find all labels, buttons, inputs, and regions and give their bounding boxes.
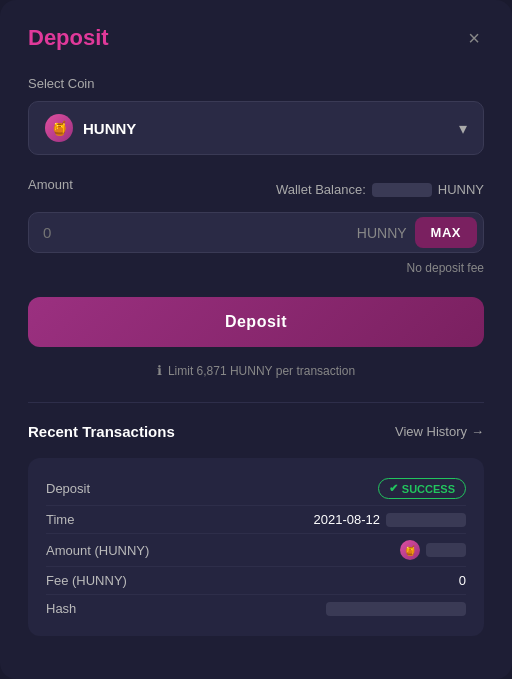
- amount-input[interactable]: [43, 224, 357, 241]
- select-coin-label: Select Coin: [28, 76, 484, 91]
- time-label: Time: [46, 512, 74, 527]
- tx-amount-row: Amount (HUNNY) 🍯: [46, 534, 466, 567]
- time-date: 2021-08-12: [314, 512, 381, 527]
- deposit-button[interactable]: Deposit: [28, 297, 484, 347]
- chevron-down-icon: ▾: [459, 119, 467, 138]
- coin-name: HUNNY: [83, 120, 136, 137]
- wallet-balance-label: Wallet Balance:: [276, 182, 366, 197]
- no-fee-text: No deposit fee: [28, 261, 484, 275]
- modal-title: Deposit: [28, 25, 109, 51]
- coin-section: Select Coin 🍯 HUNNY ▾: [28, 76, 484, 155]
- arrow-icon: →: [471, 424, 484, 439]
- tx-fee-row: Fee (HUNNY) 0: [46, 567, 466, 595]
- amount-hunny-label: Amount (HUNNY): [46, 543, 149, 558]
- deposit-modal: Deposit × Select Coin 🍯 HUNNY ▾ Amount W…: [0, 0, 512, 679]
- tx-type-row: Deposit ✔ SUCCESS: [46, 472, 466, 506]
- wallet-balance: Wallet Balance: HUNNY: [276, 182, 484, 197]
- amount-label: Amount: [28, 177, 73, 192]
- view-history-button[interactable]: View History →: [395, 424, 484, 439]
- hunny-icon-small: 🍯: [400, 540, 420, 560]
- balance-value-placeholder: [372, 183, 432, 197]
- recent-transactions-header: Recent Transactions View History →: [28, 423, 484, 440]
- amount-unit: HUNNY: [357, 225, 407, 241]
- fee-value: 0: [459, 573, 466, 588]
- amount-section: Amount Wallet Balance: HUNNY HUNNY MAX N…: [28, 177, 484, 275]
- wallet-balance-unit: HUNNY: [438, 182, 484, 197]
- transaction-card: Deposit ✔ SUCCESS Time 2021-08-12 Amount…: [28, 458, 484, 636]
- info-icon: ℹ: [157, 363, 162, 378]
- hash-value-placeholder: [326, 602, 466, 616]
- limit-info: ℹ Limit 6,871 HUNNY per transaction: [28, 363, 484, 378]
- tx-type-label: Deposit: [46, 481, 90, 496]
- status-badge: ✔ SUCCESS: [378, 478, 466, 499]
- amount-input-row: HUNNY MAX: [28, 212, 484, 253]
- check-icon: ✔: [389, 482, 398, 495]
- limit-text: Limit 6,871 HUNNY per transaction: [168, 364, 355, 378]
- amount-placeholder: [426, 543, 466, 557]
- coin-dropdown[interactable]: 🍯 HUNNY ▾: [28, 101, 484, 155]
- modal-header: Deposit ×: [28, 24, 484, 52]
- close-button[interactable]: ×: [464, 24, 484, 52]
- tx-hash-row: Hash: [46, 595, 466, 622]
- amount-value: 🍯: [400, 540, 466, 560]
- divider: [28, 402, 484, 403]
- view-history-label: View History: [395, 424, 467, 439]
- coin-select-left: 🍯 HUNNY: [45, 114, 136, 142]
- tx-time-row: Time 2021-08-12: [46, 506, 466, 534]
- amount-header: Amount Wallet Balance: HUNNY: [28, 177, 484, 202]
- recent-transactions-title: Recent Transactions: [28, 423, 175, 440]
- time-value: 2021-08-12: [314, 512, 467, 527]
- status-text: SUCCESS: [402, 483, 455, 495]
- max-button[interactable]: MAX: [415, 217, 477, 248]
- hash-label: Hash: [46, 601, 76, 616]
- coin-icon: 🍯: [45, 114, 73, 142]
- fee-label: Fee (HUNNY): [46, 573, 127, 588]
- time-placeholder: [386, 513, 466, 527]
